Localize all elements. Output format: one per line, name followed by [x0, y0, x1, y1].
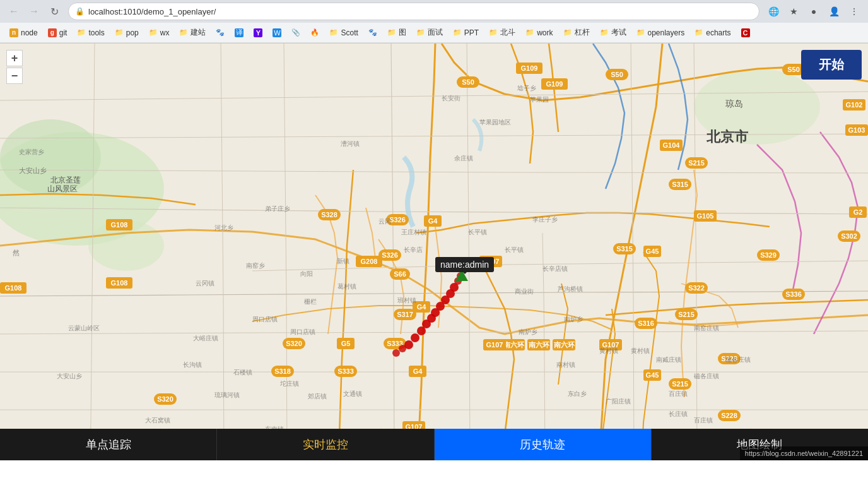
account-button[interactable]: 👤 — [825, 3, 843, 20]
zoom-in-button[interactable]: + — [6, 50, 23, 66]
bookmark-echarts[interactable]: 📁 echarts — [690, 27, 735, 39]
svg-text:大石窝镇: 大石窝镇 — [145, 417, 170, 424]
browser-titlebar: ← → ↻ 🔒 localhost:1010/demo_1_openlayer/… — [0, 0, 868, 23]
bookmark-yi[interactable]: 译 — [230, 27, 248, 39]
tab-realtime-monitor[interactable]: 实时监控 — [217, 429, 434, 460]
svg-text:S320: S320 — [286, 340, 302, 347]
svg-text:S320: S320 — [157, 395, 173, 403]
svg-text:S215: S215 — [688, 159, 705, 167]
back-button[interactable]: ← — [5, 3, 23, 20]
bookmark-jianzhan[interactable]: 📁 建站 — [175, 25, 210, 40]
menu-button[interactable]: ⋮ — [845, 3, 863, 20]
svg-text:长庄镇: 长庄镇 — [669, 410, 688, 417]
svg-text:S336: S336 — [785, 290, 802, 298]
bookmark-gangan[interactable]: 📁 杠杆 — [559, 25, 594, 40]
svg-text:磁各庄镇: 磁各庄镇 — [725, 356, 751, 363]
svg-text:向阳: 向阳 — [300, 270, 313, 277]
svg-point-186 — [411, 333, 419, 342]
svg-text:G102: G102 — [846, 101, 863, 109]
bookmark-label: git — [59, 28, 67, 37]
forward-button[interactable]: → — [25, 3, 43, 20]
svg-text:G107: G107 — [486, 341, 503, 349]
svg-text:余庄镇: 余庄镇 — [454, 155, 473, 162]
bookmark-beidu[interactable]: 📁 北斗 — [484, 25, 520, 40]
svg-text:G45: G45 — [646, 371, 659, 379]
address-bar[interactable]: 🔒 localhost:1010/demo_1_openlayer/ — [68, 3, 760, 20]
bookmark-yahoo[interactable]: Y — [249, 27, 267, 39]
svg-text:弟子庄乡: 弟子庄乡 — [265, 205, 290, 212]
refresh-button[interactable]: ↻ — [45, 3, 63, 20]
svg-text:大安山乡: 大安山乡 — [19, 167, 47, 174]
tab-history-track[interactable]: 历史轨迹 — [435, 429, 652, 460]
bookmark-paw[interactable]: 🐾 — [211, 27, 229, 39]
svg-text:G208: G208 — [361, 258, 378, 265]
svg-text:S215: S215 — [678, 311, 695, 318]
bookmark-mianshi[interactable]: 📁 面试 — [412, 25, 447, 40]
bookmark-w[interactable]: W — [268, 27, 286, 39]
svg-text:S328: S328 — [321, 211, 337, 218]
bookmark-fire[interactable]: 🔥 — [306, 27, 324, 39]
nav-buttons: ← → ↻ — [5, 3, 63, 20]
bookmark-label: 考试 — [611, 27, 626, 38]
paw-icon2: 🐾 — [368, 28, 377, 37]
bookmark-label: pop — [126, 28, 139, 37]
bookmark-pop[interactable]: 📁 pop — [110, 27, 143, 39]
svg-text:S317: S317 — [397, 311, 413, 318]
folder-icon: 📁 — [149, 28, 158, 37]
svg-text:云冈: 云冈 — [378, 218, 391, 225]
bookmark-openlayers[interactable]: 📁 openlayers — [632, 27, 689, 39]
map-svg: G109 G109 S50 S50 S50 G108 G108 G108 S32… — [0, 44, 868, 460]
svg-text:苹果园: 苹果园 — [530, 96, 549, 103]
translate-button[interactable]: 🌐 — [765, 3, 782, 20]
svg-point-197 — [392, 349, 400, 357]
bookmark-node[interactable]: n node — [5, 27, 42, 39]
bookmark-button[interactable]: ★ — [785, 3, 802, 20]
svg-text:长辛店镇: 长辛店镇 — [542, 265, 568, 272]
zoom-out-button[interactable]: − — [6, 68, 23, 84]
bookmark-tu[interactable]: 📁 图 — [383, 25, 411, 40]
url-text: localhost:1010/demo_1_openlayer/ — [88, 7, 753, 16]
folder-icon: 📁 — [453, 28, 462, 37]
svg-text:G4: G4 — [417, 303, 427, 311]
svg-text:南六环: 南六环 — [529, 341, 550, 349]
fire-icon: 🔥 — [310, 28, 319, 37]
svg-text:云蒙山岭区: 云蒙山岭区 — [68, 325, 100, 332]
svg-text:S228: S228 — [721, 412, 737, 419]
bookmark-kaoshi[interactable]: 📁 考试 — [595, 25, 631, 40]
svg-text:广阳庄镇: 广阳庄镇 — [606, 398, 631, 405]
yahoo-icon: Y — [254, 28, 262, 37]
folder-icon: 📁 — [636, 28, 645, 37]
bookmark-scott[interactable]: 📁 Scott — [325, 27, 362, 39]
bookmark-label: work — [537, 28, 553, 37]
svg-text:S315: S315 — [672, 181, 688, 188]
browser-actions: 🌐 ★ ● 👤 ⋮ — [765, 3, 863, 20]
w-icon: W — [273, 28, 281, 37]
start-button[interactable]: 开始 — [801, 50, 862, 80]
svg-text:李庄子乡: 李庄子乡 — [532, 216, 558, 223]
svg-text:S322: S322 — [688, 284, 705, 292]
bookmark-label: echarts — [706, 28, 730, 37]
bookmark-ppt[interactable]: 📁 PPT — [449, 27, 483, 39]
bottom-tabs: 单点追踪 实时监控 历史轨迹 地图绘制 — [0, 429, 868, 460]
svg-text:大安山乡: 大安山乡 — [57, 373, 82, 379]
folder-icon: 📁 — [600, 28, 609, 37]
svg-text:南窑乡: 南窑乡 — [246, 262, 265, 269]
extensions-button[interactable]: ● — [805, 3, 823, 20]
svg-text:S326: S326 — [382, 251, 398, 259]
svg-text:G4: G4 — [413, 368, 423, 375]
bookmark-csdn[interactable]: C — [737, 27, 754, 39]
bookmarks-bar: n node g git 📁 tools 📁 pop 📁 wx 📁 建站 🐾 译 — [0, 23, 868, 43]
bookmark-work[interactable]: 📁 work — [521, 27, 557, 39]
bookmark-wx[interactable]: 📁 wx — [144, 27, 174, 39]
folder-icon: 📁 — [525, 28, 534, 37]
bookmark-paw2[interactable]: 🐾 — [364, 27, 382, 39]
tab-single-track[interactable]: 单点追踪 — [0, 429, 217, 460]
map-container[interactable]: G109 G109 S50 S50 S50 G108 G108 G108 S32… — [0, 44, 868, 460]
lock-icon: 🔒 — [75, 7, 85, 16]
svg-text:东白乡: 东白乡 — [568, 390, 587, 397]
bookmark-git[interactable]: g git — [44, 27, 72, 39]
svg-text:琉璃河镇: 琉璃河镇 — [214, 391, 240, 398]
bookmark-tools[interactable]: 📁 tools — [73, 27, 108, 39]
svg-text:磁各庄镇: 磁各庄镇 — [693, 373, 719, 379]
bookmark-clip[interactable]: 📎 — [287, 27, 305, 39]
